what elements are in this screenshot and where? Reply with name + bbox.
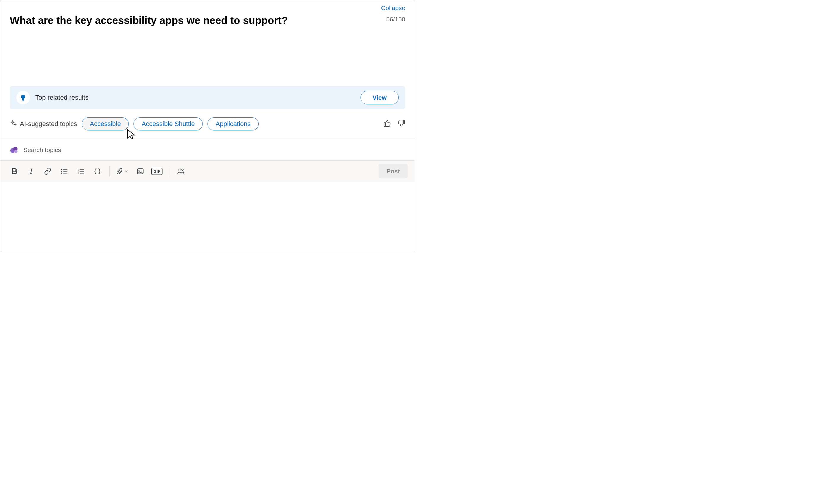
ai-suggested-row: AI-suggested topics Accessible Accessibl…: [10, 117, 405, 130]
sparkle-icon: [10, 120, 17, 128]
formatting-toolbar: B I 123 GIF Post: [0, 160, 415, 182]
related-results-label: Top related results: [35, 94, 355, 101]
topic-chip-applications[interactable]: Applications: [208, 117, 259, 130]
code-block-button[interactable]: [90, 164, 104, 178]
toolbar-separator: [169, 166, 169, 176]
topic-chip-accessible[interactable]: Accessible: [82, 117, 129, 130]
header-right: Collapse 56/150: [381, 4, 405, 23]
toolbar-separator: [109, 166, 109, 176]
topic-chip-accessible-shuttle[interactable]: Accessible Shuttle: [133, 117, 203, 130]
view-button[interactable]: View: [360, 91, 399, 104]
body-spacer: [0, 27, 415, 86]
link-button[interactable]: [40, 164, 55, 178]
svg-point-2: [14, 150, 18, 153]
ai-label-group: AI-suggested topics: [10, 120, 77, 128]
italic-button[interactable]: I: [24, 164, 38, 178]
title-area: What are the key accessibility apps we n…: [10, 4, 381, 27]
related-results-banner: Top related results View: [10, 86, 405, 109]
svg-point-7: [61, 171, 62, 172]
gif-button[interactable]: GIF: [150, 164, 164, 178]
svg-point-6: [61, 169, 62, 170]
image-button[interactable]: [133, 164, 148, 178]
topics-icon: [10, 145, 19, 155]
svg-point-17: [179, 169, 181, 171]
mention-people-button[interactable]: [174, 164, 188, 178]
search-topics-row: [10, 145, 405, 155]
search-topics-input[interactable]: [23, 146, 405, 154]
svg-point-8: [61, 173, 62, 174]
search-row-wrap: [0, 138, 415, 160]
thumbs-up-icon[interactable]: [383, 120, 391, 128]
gif-label: GIF: [151, 168, 162, 175]
attachment-button[interactable]: [114, 168, 131, 175]
header: What are the key accessibility apps we n…: [0, 0, 415, 27]
feedback-group: [383, 120, 405, 128]
numbered-list-button[interactable]: 123: [74, 164, 88, 178]
char-count: 56/150: [386, 16, 405, 23]
post-button[interactable]: Post: [379, 164, 408, 178]
ai-suggested-label: AI-suggested topics: [20, 120, 77, 128]
collapse-link[interactable]: Collapse: [381, 4, 405, 11]
svg-point-16: [139, 170, 140, 171]
bold-button[interactable]: B: [7, 164, 22, 178]
thumbs-down-icon[interactable]: [397, 120, 405, 128]
bullet-list-button[interactable]: [57, 164, 71, 178]
svg-text:3: 3: [77, 172, 79, 174]
lightbulb-icon: [16, 91, 30, 104]
compose-window: What are the key accessibility apps we n…: [0, 0, 415, 252]
question-title[interactable]: What are the key accessibility apps we n…: [10, 14, 381, 27]
svg-point-18: [182, 169, 183, 170]
